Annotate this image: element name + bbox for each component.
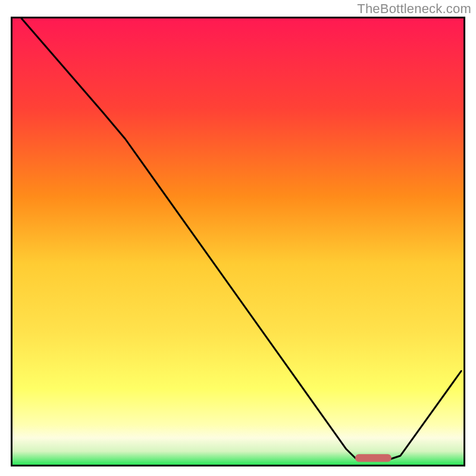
watermark-text: TheBottleneck.com — [357, 1, 471, 17]
bottleneck-chart — [12, 18, 464, 465]
optimal-range-marker — [355, 454, 392, 462]
